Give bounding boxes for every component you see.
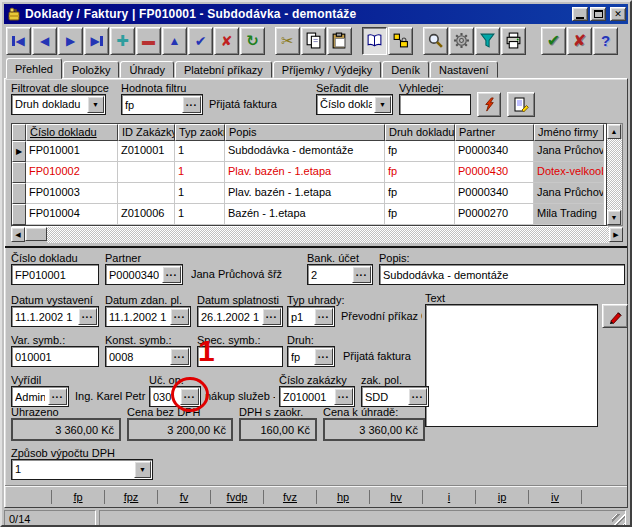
cell[interactable]: 1 [175, 162, 225, 183]
cislo-zakazky-input[interactable] [282, 389, 332, 404]
col-header-popis[interactable]: Popis [225, 124, 385, 141]
cell[interactable]: Bazén - 1.etapa [225, 204, 385, 225]
row-selector[interactable] [12, 162, 26, 183]
print-button[interactable] [501, 27, 526, 55]
lock-records-button[interactable] [388, 27, 413, 55]
datum-vystaveni-input[interactable] [14, 309, 76, 324]
cislo-dokladu-input[interactable] [14, 267, 95, 282]
partner-field[interactable]: ... [105, 264, 183, 285]
filter-value-field[interactable]: ... [121, 94, 203, 115]
dropdown-button[interactable]: ▼ [87, 96, 104, 113]
filter-column-select[interactable]: Druh dokladu ▼ [11, 94, 106, 115]
cell[interactable]: P0000340 [455, 183, 534, 204]
druh-input[interactable] [290, 349, 312, 364]
partner-picker-button[interactable]: ... [162, 266, 181, 283]
zak-pol-field[interactable]: ... [361, 386, 429, 407]
scroll-right-button[interactable]: ▶ [609, 227, 623, 242]
cancel-record-button[interactable]: ✘ [214, 27, 239, 55]
cell[interactable] [118, 183, 175, 204]
cell[interactable]: FP010001 [26, 141, 118, 162]
bank-ucet-input[interactable] [310, 267, 350, 282]
quick-search-button[interactable] [477, 92, 501, 117]
maximize-button[interactable] [590, 7, 606, 21]
scroll-left-button[interactable]: ◀ [11, 227, 25, 242]
druh-field[interactable]: ... [287, 346, 335, 367]
filter-button[interactable] [475, 27, 500, 55]
ok-button[interactable]: ✔ [541, 27, 566, 55]
table-row[interactable]: FP010004 Z010006 1 Bazén - 1.etapa fp P0… [12, 204, 606, 225]
horizontal-scrollbar[interactable]: ◀ ▶ [11, 227, 623, 243]
scroll-track[interactable] [607, 139, 622, 210]
cell[interactable]: FP010004 [26, 204, 118, 225]
link-hp[interactable]: hp [316, 490, 369, 504]
col-header-id-zakazky[interactable]: ID Zakázky [118, 124, 175, 141]
datum-zdan-input[interactable] [108, 309, 168, 324]
cislo-zakazky-field[interactable]: ... [279, 386, 355, 407]
cell[interactable]: Plav. bazén - 1.etapa [225, 162, 385, 183]
settings-button[interactable] [449, 27, 474, 55]
scroll-up-button[interactable]: ▲ [607, 124, 621, 139]
link-hv[interactable]: hv [369, 490, 422, 504]
col-header-partner[interactable]: Partner [455, 124, 534, 141]
cell[interactable]: fp [385, 141, 455, 162]
datum-zdan-picker-button[interactable]: ... [170, 308, 189, 325]
cislo-zakazky-picker-button[interactable]: ... [334, 388, 353, 405]
partner-input[interactable] [108, 267, 160, 282]
cell[interactable]: P0000270 [455, 204, 534, 225]
filter-value-picker-button[interactable]: ... [182, 96, 201, 113]
vyridil-field[interactable]: ... [11, 386, 69, 407]
browse-mode-button[interactable] [362, 27, 387, 55]
cell[interactable]: Dotex-velkoob [534, 162, 604, 183]
resize-grip[interactable] [612, 514, 625, 527]
row-selector[interactable] [12, 204, 26, 225]
tab-polozky[interactable]: Položky [63, 61, 120, 78]
cell[interactable]: 1 [175, 204, 225, 225]
var-symb-field[interactable] [11, 346, 99, 367]
typ-uhrady-picker-button[interactable]: ... [314, 308, 333, 325]
table-row[interactable]: FP010002 1 Plav. bazén - 1.etapa fp P000… [12, 162, 606, 183]
popis-input[interactable] [382, 267, 621, 282]
col-header-jmeno-firmy[interactable]: Jméno firmy [534, 124, 604, 141]
vyridil-picker-button[interactable]: ... [48, 388, 67, 405]
konst-symb-picker-button[interactable]: ... [170, 348, 189, 365]
tab-prehled[interactable]: Přehled [6, 58, 62, 79]
link-fv[interactable]: fv [157, 490, 210, 504]
link-i[interactable]: i [422, 490, 475, 504]
zak-pol-picker-button[interactable]: ... [408, 388, 427, 405]
cell[interactable]: 1 [175, 183, 225, 204]
cell[interactable]: FP010003 [26, 183, 118, 204]
vyridil-input[interactable] [14, 389, 46, 404]
cell[interactable]: fp [385, 183, 455, 204]
sort-select[interactable]: Číslo dokla ▼ [316, 94, 393, 115]
bank-ucet-picker-button[interactable]: ... [352, 266, 371, 283]
search-field[interactable] [399, 94, 471, 115]
dropdown-button[interactable]: ▼ [374, 96, 391, 113]
cell[interactable]: Jana Průchová [534, 183, 604, 204]
var-symb-input[interactable] [14, 349, 95, 364]
cell[interactable]: P0000430 [455, 162, 534, 183]
tab-denik[interactable]: Deník [382, 61, 429, 78]
copy-button[interactable] [301, 27, 326, 55]
text-area[interactable] [425, 304, 598, 427]
tab-nastaveni[interactable]: Nastavení [430, 61, 498, 78]
cut-button[interactable]: ✂ [275, 27, 300, 55]
datum-splatnosti-picker-button[interactable]: ... [262, 308, 281, 325]
zak-pol-input[interactable] [364, 389, 406, 404]
datum-vystaveni-field[interactable]: ... [11, 306, 99, 327]
add-record-button[interactable]: ✚ [110, 27, 135, 55]
tab-platebni-prikazy[interactable]: Platební příkazy [175, 61, 272, 78]
cell[interactable]: Mila Trading [534, 204, 604, 225]
cell[interactable] [118, 162, 175, 183]
cislo-dokladu-field[interactable] [11, 264, 99, 285]
bank-ucet-field[interactable]: ... [307, 264, 373, 285]
col-header-druh-dokladu[interactable]: Druh dokladu [385, 124, 455, 141]
first-record-button[interactable]: ◀ [6, 27, 31, 55]
zpusob-dph-select[interactable]: 1 ▼ [11, 459, 153, 480]
dropdown-button[interactable]: ▼ [134, 461, 151, 478]
link-iv[interactable]: iv [528, 490, 581, 504]
filter-value-input[interactable] [124, 97, 180, 112]
cell[interactable]: Z010001 [118, 141, 175, 162]
cell[interactable]: Subdodávka - demontáže [225, 141, 385, 162]
paste-button[interactable] [327, 27, 352, 55]
close-button[interactable]: ✕ [610, 7, 626, 21]
